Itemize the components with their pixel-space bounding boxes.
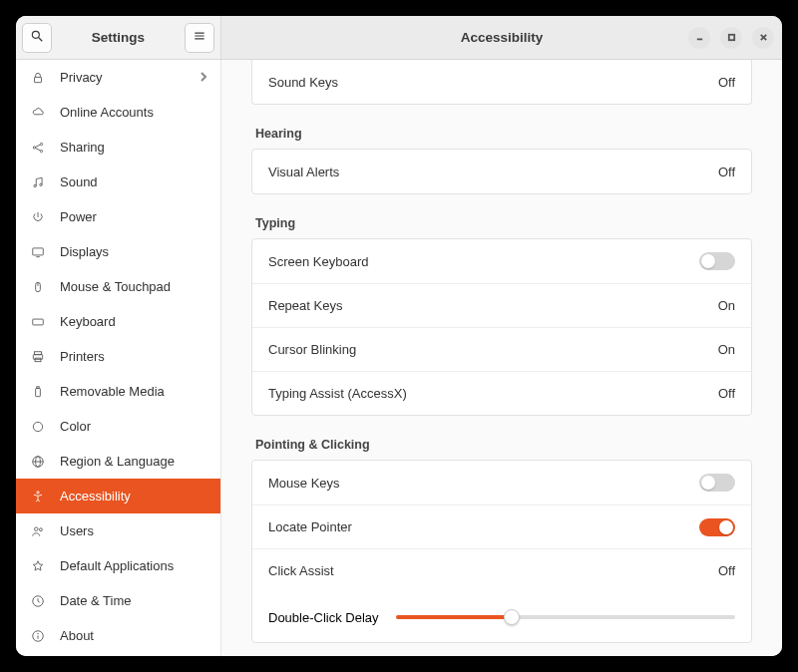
- section-title-pointing: Pointing & Clicking: [255, 438, 752, 452]
- sidebar-item-region-language[interactable]: Region & Language: [16, 444, 220, 479]
- row-label: Click Assist: [268, 563, 718, 578]
- panel-hearing: Visual AlertsOff: [251, 149, 752, 194]
- row-visual-alerts[interactable]: Visual AlertsOff: [252, 150, 751, 193]
- sidebar-item-label: Privacy: [60, 70, 103, 85]
- section-title-typing: Typing: [255, 216, 752, 230]
- sidebar-item-removable-media[interactable]: Removable Media: [16, 374, 220, 409]
- svg-point-0: [32, 31, 39, 38]
- svg-rect-27: [35, 358, 41, 362]
- row-value: Off: [718, 563, 735, 578]
- power-icon: [30, 209, 46, 225]
- row-label: Locate Pointer: [268, 519, 699, 534]
- sidebar-item-label: Displays: [60, 244, 109, 259]
- panel-typing: Screen KeyboardRepeat KeysOnCursor Blink…: [251, 238, 752, 416]
- search-button[interactable]: [22, 23, 52, 53]
- sidebar-item-printers[interactable]: Printers: [16, 339, 220, 374]
- sidebar-item-power[interactable]: Power: [16, 199, 220, 234]
- sidebar-item-label: Default Applications: [60, 558, 174, 573]
- sidebar-item-label: Mouse & Touchpad: [60, 279, 171, 294]
- sidebar-item-users[interactable]: Users: [16, 513, 220, 548]
- row-value: Off: [718, 165, 735, 179]
- svg-rect-29: [37, 386, 39, 388]
- sidebar-item-label: Removable Media: [60, 384, 165, 399]
- panel-seeing-partial: Sound KeysOff: [251, 60, 752, 105]
- sidebar-item-accessibility[interactable]: Accessibility: [16, 479, 220, 513]
- row-repeat-keys[interactable]: Repeat KeysOn: [252, 283, 751, 327]
- clock-icon: [30, 593, 46, 609]
- row-label: Cursor Blinking: [268, 342, 718, 357]
- row-double-click-delay: Double-Click Delay: [252, 592, 751, 642]
- sidebar-item-label: Keyboard: [60, 314, 116, 329]
- window-controls: [688, 27, 774, 49]
- row-locate-pointer[interactable]: Locate Pointer: [252, 504, 751, 548]
- svg-line-14: [36, 148, 41, 150]
- hamburger-icon: [193, 29, 206, 47]
- minimize-button[interactable]: [688, 27, 710, 49]
- svg-point-30: [33, 422, 42, 431]
- lock-icon: [30, 70, 46, 86]
- row-click-assist[interactable]: Click AssistOff: [252, 548, 751, 592]
- svg-point-40: [38, 633, 39, 634]
- star-icon: [30, 558, 46, 574]
- sidebar-item-default-applications[interactable]: Default Applications: [16, 548, 220, 583]
- sidebar-item-label: Sound: [60, 174, 98, 189]
- app-title: Settings: [52, 30, 185, 45]
- switch-locate-pointer[interactable]: [699, 518, 735, 536]
- row-value: Off: [718, 386, 735, 401]
- slider-thumb[interactable]: [504, 609, 520, 625]
- slider-double-click-delay[interactable]: [396, 615, 735, 619]
- svg-rect-6: [728, 35, 733, 40]
- display-icon: [30, 244, 46, 260]
- switch-knob: [701, 476, 715, 490]
- content-area[interactable]: Sound KeysOff Hearing Visual AlertsOff T…: [221, 60, 782, 656]
- row-label: Screen Keyboard: [268, 254, 699, 269]
- switch-screen-keyboard[interactable]: [699, 252, 735, 270]
- sidebar-item-date-time[interactable]: Date & Time: [16, 583, 220, 618]
- cloud-icon: [30, 105, 46, 121]
- switch-knob: [701, 254, 715, 268]
- sidebar[interactable]: PrivacyOnline AccountsSharingSoundPowerD…: [16, 60, 221, 656]
- svg-point-35: [35, 526, 39, 530]
- sidebar-item-keyboard[interactable]: Keyboard: [16, 304, 220, 339]
- svg-rect-21: [33, 319, 44, 325]
- section-title-hearing: Hearing: [255, 127, 752, 141]
- svg-point-36: [39, 527, 42, 530]
- titlebar-sidebar: Settings: [16, 16, 221, 59]
- sidebar-item-sharing[interactable]: Sharing: [16, 130, 220, 165]
- row-value: Off: [718, 75, 735, 90]
- row-label: Sound Keys: [268, 75, 718, 90]
- sidebar-item-sound[interactable]: Sound: [16, 165, 220, 199]
- keyboard-icon: [30, 314, 46, 330]
- sidebar-item-label: Printers: [60, 349, 105, 364]
- sidebar-item-privacy[interactable]: Privacy: [16, 60, 220, 95]
- titlebar: Settings Accessibility: [16, 16, 782, 60]
- row-mouse-keys[interactable]: Mouse Keys: [252, 461, 751, 504]
- row-value: On: [718, 342, 735, 357]
- row-sound-keys[interactable]: Sound KeysOff: [252, 60, 751, 104]
- page-title: Accessibility: [461, 30, 544, 45]
- sidebar-item-label: Users: [60, 523, 94, 538]
- accessibility-icon: [30, 489, 46, 504]
- svg-line-13: [36, 145, 41, 147]
- row-label: Visual Alerts: [268, 165, 718, 179]
- sidebar-item-displays[interactable]: Displays: [16, 234, 220, 269]
- row-typing-assist-accessx-[interactable]: Typing Assist (AccessX)Off: [252, 371, 751, 415]
- close-button[interactable]: [752, 27, 774, 49]
- panel-pointing: Mouse KeysLocate PointerClick AssistOffD…: [251, 460, 752, 643]
- hamburger-menu-button[interactable]: [185, 23, 214, 53]
- svg-point-34: [37, 491, 39, 493]
- row-screen-keyboard[interactable]: Screen Keyboard: [252, 239, 751, 283]
- sidebar-item-color[interactable]: Color: [16, 409, 220, 444]
- sidebar-item-label: Sharing: [60, 140, 105, 155]
- row-cursor-blinking[interactable]: Cursor BlinkingOn: [252, 327, 751, 371]
- switch-mouse-keys[interactable]: [699, 474, 735, 492]
- sidebar-item-online-accounts[interactable]: Online Accounts: [16, 95, 220, 130]
- sidebar-item-about[interactable]: About: [16, 618, 220, 653]
- sidebar-item-mouse-touchpad[interactable]: Mouse & Touchpad: [16, 269, 220, 304]
- sidebar-item-label: Region & Language: [60, 454, 175, 469]
- svg-point-15: [34, 184, 36, 186]
- search-icon: [30, 29, 44, 47]
- maximize-button[interactable]: [720, 27, 742, 49]
- svg-rect-25: [35, 351, 42, 354]
- share-icon: [30, 140, 46, 156]
